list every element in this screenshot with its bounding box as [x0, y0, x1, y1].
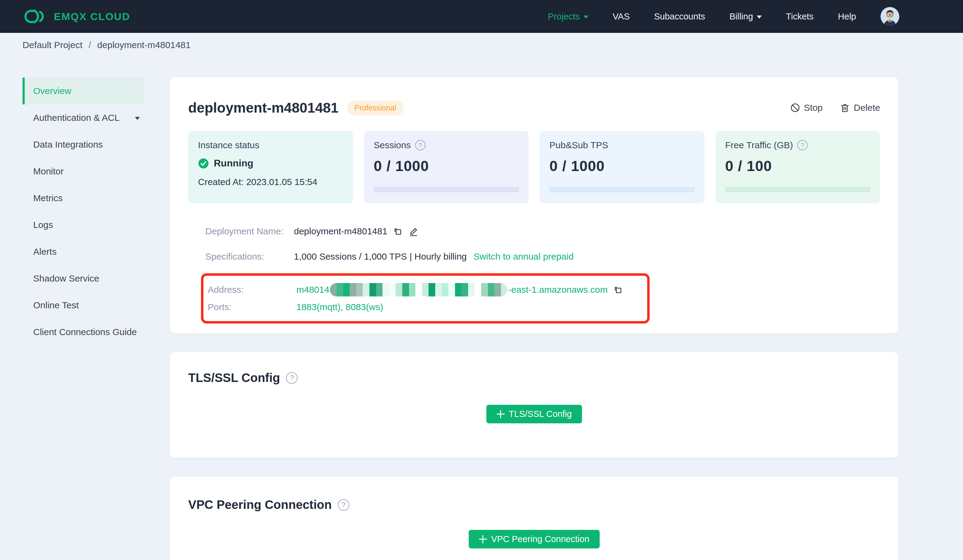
help-icon[interactable]	[415, 140, 425, 151]
button-label: VPC Peering Connection	[491, 534, 589, 544]
main-content: deployment-m4801481 Professional Stop	[170, 57, 963, 560]
deployment-name-value: deployment-m4801481	[294, 226, 387, 236]
stat-label: Free Traffic (GB)	[725, 140, 793, 151]
nav-item-label: Billing	[730, 11, 753, 22]
sidebar-item-data-integrations[interactable]: Data Integrations	[23, 131, 144, 158]
brand-name: EMQX CLOUD	[54, 11, 130, 23]
sidebar-item-authentication-acl[interactable]: Authentication & ACL	[23, 104, 144, 131]
add-tls-ssl-config-button[interactable]: TLS/SSL Config	[486, 405, 582, 423]
instance-status-text: Running	[214, 158, 253, 169]
add-vpc-peering-button[interactable]: VPC Peering Connection	[469, 530, 600, 549]
plus-icon	[479, 535, 487, 543]
emqx-logo-icon	[22, 8, 49, 24]
deployment-info: Deployment Name: deployment-m4801481	[188, 222, 880, 324]
sessions-progress-bar	[374, 187, 519, 193]
plus-icon	[497, 410, 505, 418]
delete-button[interactable]: Delete	[840, 103, 880, 113]
copy-icon	[613, 284, 623, 295]
free-traffic-card: Free Traffic (GB) 0 / 100	[715, 131, 880, 203]
tls-ssl-section: TLS/SSL Config TLS/SSL Config	[170, 352, 898, 458]
nav-item-help[interactable]: Help	[838, 11, 856, 22]
sidebar-item-client-connections-guide[interactable]: Client Connections Guide	[23, 319, 144, 345]
ports-value: 1883(mqtt), 8083(ws)	[296, 302, 383, 312]
edit-pen-icon	[408, 226, 419, 237]
nav-item-tickets[interactable]: Tickets	[786, 11, 814, 22]
stats-row: Instance status Running Created At: 2023…	[188, 131, 880, 203]
stat-label: Instance status	[198, 140, 259, 151]
nav-item-label: Subaccounts	[654, 11, 705, 22]
nav-item-label: Tickets	[786, 11, 814, 22]
sidebar: Overview Authentication & ACL Data Integ…	[0, 57, 170, 560]
sidebar-item-monitor[interactable]: Monitor	[23, 158, 144, 185]
traffic-progress-bar	[725, 187, 871, 193]
sidebar-item-alerts[interactable]: Alerts	[23, 238, 144, 265]
address-suffix: -east-1.amazonaws.com	[508, 285, 608, 295]
stop-button[interactable]: Stop	[790, 103, 823, 113]
user-avatar[interactable]	[880, 7, 899, 26]
sidebar-item-label: Authentication & ACL	[33, 113, 120, 123]
address-censored-mosaic	[330, 283, 507, 296]
brand[interactable]: EMQX CLOUD	[22, 8, 130, 24]
stat-label: Pub&Sub TPS	[550, 140, 608, 151]
tps-value: 0 / 1000	[550, 158, 695, 175]
sidebar-item-label: Client Connections Guide	[33, 327, 137, 337]
sidebar-item-label: Data Integrations	[33, 139, 103, 150]
check-circle-icon	[198, 158, 209, 169]
pubsub-tps-card: Pub&Sub TPS 0 / 1000	[540, 131, 704, 203]
nav-item-vas[interactable]: VAS	[613, 11, 630, 22]
tps-progress-bar	[550, 187, 695, 193]
sidebar-item-label: Online Test	[33, 300, 79, 311]
sidebar-item-label: Overview	[33, 86, 71, 96]
address-label: Address:	[208, 285, 296, 295]
sidebar-item-label: Logs	[33, 220, 53, 230]
breadcrumb: Default Project / deployment-m4801481	[0, 33, 963, 57]
trash-icon	[840, 103, 850, 113]
sidebar-item-label: Metrics	[33, 193, 63, 203]
breadcrumb-project[interactable]: Default Project	[23, 40, 83, 50]
sessions-card: Sessions 0 / 1000	[364, 131, 529, 203]
help-icon[interactable]	[286, 372, 298, 384]
copy-address-button[interactable]	[613, 284, 623, 295]
vpc-peering-title: VPC Peering Connection	[188, 498, 332, 511]
edit-button[interactable]	[408, 226, 419, 237]
nav-item-billing[interactable]: Billing	[730, 11, 761, 22]
specifications-value: 1,000 Sessions / 1,000 TPS | Hourly bill…	[294, 251, 467, 262]
copy-button[interactable]	[392, 226, 403, 237]
ports-label: Ports:	[208, 302, 296, 312]
nav-item-subaccounts[interactable]: Subaccounts	[654, 11, 705, 22]
stat-label: Sessions	[374, 140, 411, 151]
address-prefix: m48014	[296, 285, 329, 295]
chevron-down-icon	[757, 16, 762, 19]
chevron-down-icon	[135, 117, 140, 120]
switch-annual-prepaid-link[interactable]: Switch to annual prepaid	[473, 251, 574, 262]
nav-item-label: Projects	[548, 11, 580, 22]
address-highlight-annotation: Address: m48014 -east-1.amazonaws.com	[201, 273, 650, 324]
sidebar-item-online-test[interactable]: Online Test	[23, 292, 144, 319]
copy-icon	[392, 226, 403, 237]
instance-status-card: Instance status Running Created At: 2023…	[188, 131, 353, 203]
created-at-text: Created At: 2023.01.05 15:54	[198, 177, 343, 187]
sidebar-item-logs[interactable]: Logs	[23, 212, 144, 238]
nav-menu: Projects VAS Subaccounts Billing Tickets…	[548, 7, 899, 26]
plan-badge: Professional	[347, 100, 404, 115]
breadcrumb-current: deployment-m4801481	[97, 40, 191, 50]
breadcrumb-separator: /	[89, 40, 91, 50]
ban-icon	[790, 103, 800, 113]
sessions-value: 0 / 1000	[374, 158, 519, 175]
nav-item-label: Help	[838, 11, 856, 22]
help-icon[interactable]	[797, 140, 808, 151]
help-icon[interactable]	[338, 499, 349, 511]
nav-item-projects[interactable]: Projects	[548, 11, 588, 22]
chevron-down-icon	[584, 16, 588, 19]
vpc-peering-section: VPC Peering Connection VPC Peering Conne…	[170, 477, 898, 560]
sidebar-item-label: Alerts	[33, 246, 57, 257]
sidebar-item-metrics[interactable]: Metrics	[23, 185, 144, 212]
deployment-overview-card: deployment-m4801481 Professional Stop	[170, 77, 898, 333]
sidebar-item-label: Shadow Service	[33, 273, 99, 284]
top-navbar: EMQX CLOUD Projects VAS Subaccounts Bill…	[0, 0, 963, 33]
sidebar-item-shadow-service[interactable]: Shadow Service	[23, 265, 144, 292]
page-title: deployment-m4801481	[188, 100, 338, 116]
delete-label: Delete	[854, 103, 880, 113]
sidebar-item-overview[interactable]: Overview	[23, 78, 144, 104]
stop-label: Stop	[804, 103, 823, 113]
